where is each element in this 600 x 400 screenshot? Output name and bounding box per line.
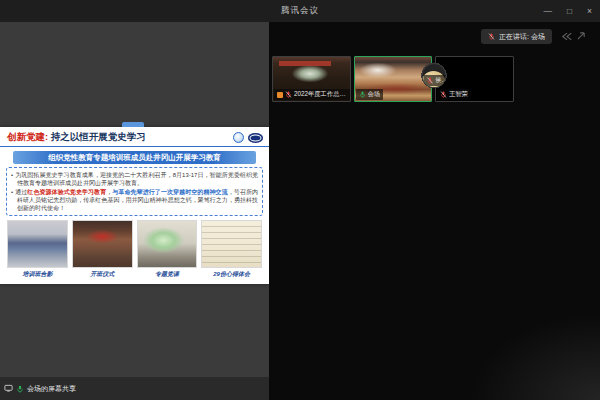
window-title: 腾讯会议 [281,5,319,17]
close-button[interactable]: × [587,0,592,22]
mic-on-icon [16,385,24,393]
tencent-meeting-window: 腾讯会议 — □ × 创新党建: 持之以恒开展党史学习 组织党性教育专题培训班成… [0,0,600,400]
slide-banner: 组织党性教育专题培训班成员赴井冈山开展学习教育 [13,151,256,164]
participant-label: 王智荣 [437,89,471,100]
participant-name: 2022年度工作总结暨决算大... [294,90,350,99]
mic-on-icon [359,91,366,98]
lecture-photo-image [137,220,198,268]
slide-bullet: 通过红色资源体验式党史学习教育，与革命先辈进行了一次穿越时空的精神交流，号召所内… [11,188,258,212]
speaking-indicator: 正在讲话: 会场 [481,29,552,44]
window-controls: — □ × [543,0,592,22]
globe-logo-icon [233,132,244,143]
presentation-slide: 创新党建: 持之以恒开展党史学习 组织党性教育专题培训班成员赴井冈山开展学习教育… [0,127,269,284]
mic-muted-icon [285,91,292,98]
slide-bullet-box: 为巩固拓展党史学习教育成果，迎接党的二十大胜利召开，8月13-17日，智能所党委… [6,167,263,216]
layout-arrows [561,32,586,41]
shared-screen-area: 创新党建: 持之以恒开展党史学习 组织党性教育专题培训班成员赴井冈山开展学习教育… [0,22,269,400]
minimize-button[interactable]: — [543,0,552,22]
slide-photo-item: 培训班合影 [7,220,68,279]
double-back-arrow-icon[interactable] [561,32,573,41]
slide-photo-item: 29份心得体会 [201,220,262,279]
participant-tile[interactable]: 会场 [354,56,433,102]
participant-name: 王智荣 [449,90,468,99]
participant-tile[interactable]: 2022年度工作总结暨决算大... [272,56,351,102]
speaking-indicator-row: 正在讲话: 会场 [481,29,586,44]
slide-header-prefix: 创新党建: [7,131,48,144]
participant-label: 会场 [356,89,384,100]
screen-share-label: 会场的屏幕共享 [27,384,76,394]
participant-tile[interactable]: 王智荣 [435,56,514,102]
maximize-button[interactable]: □ [567,0,572,22]
photo-caption: 培训班合影 [22,270,52,279]
speaking-label: 正在讲话: 会场 [499,32,545,42]
slide-bullet: 为巩固拓展党史学习教育成果，迎接党的二十大胜利召开，8月13-17日，智能所党委… [11,171,258,187]
photo-caption: 开班仪式 [90,270,114,279]
slide-logos [233,132,263,143]
slide-tab-decoration [122,122,144,127]
title-bar: 腾讯会议 — □ × [0,0,600,22]
screen-share-statusbar: 会场的屏幕共享 [0,377,269,400]
oval-logo-icon [248,133,263,143]
document-photo-image [201,220,262,268]
monitor-icon [4,384,13,393]
slide-photo-row: 培训班合影开班仪式专题党课29份心得体会 [0,218,269,279]
participant-label: 2022年度工作总结暨决算大... [274,89,351,100]
return-arrow-icon[interactable] [577,32,586,41]
participant-grid-area: 正在讲话: 会场 2022年度工作总结暨决算大...会场FireSnake王智荣… [269,22,600,400]
group-photo-image [7,220,68,268]
participant-name: 会场 [368,90,381,99]
participant-tile[interactable]: 侯欢 [421,63,446,88]
mic-muted-icon [426,77,433,84]
photo-caption: 专题党课 [155,270,179,279]
slide-photo-item: 开班仪式 [72,220,133,279]
slide-photo-item: 专题党课 [137,220,198,279]
slide-header: 创新党建: 持之以恒开展党史学习 [0,127,269,147]
photo-caption: 29份心得体会 [213,270,250,279]
ceremony-photo-image [72,220,133,268]
participant-grid: 2022年度工作总结暨决算大...会场FireSnake王智荣李霞贾会强周之明游… [272,56,595,102]
mic-muted-icon [440,91,447,98]
share-badge-icon [277,92,283,98]
slide-header-title: 持之以恒开展党史学习 [48,131,146,144]
mic-muted-icon [488,33,495,40]
